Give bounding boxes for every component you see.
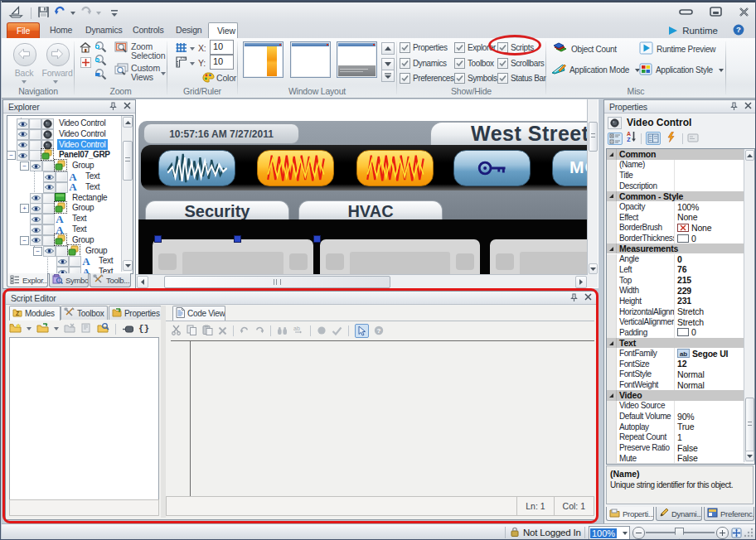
forward-dropdown-caret[interactable] — [53, 80, 58, 84]
events-icon[interactable] — [664, 131, 678, 146]
showhide-item-preferences[interactable]: Preferences — [400, 73, 454, 84]
property-row-fontweight[interactable]: FontWeightNormal — [607, 379, 744, 391]
property-row-default-volume[interactable]: Default Volume90% — [607, 411, 744, 422]
property-row-borderbrush[interactable]: BorderBrushNone — [607, 223, 744, 234]
tree-item-label[interactable]: Video Control — [57, 139, 108, 150]
tree-item-text[interactable]: AText — [7, 266, 122, 273]
tree-item-label[interactable]: Group — [70, 234, 95, 245]
scroll-thumb[interactable] — [745, 398, 754, 452]
property-value[interactable]: False — [675, 453, 744, 463]
tree-item-text[interactable]: AText — [7, 213, 122, 224]
checkbox-properties[interactable] — [400, 42, 410, 53]
save-button[interactable] — [37, 6, 50, 22]
tree-item-label[interactable]: Text — [70, 224, 88, 234]
tree-item-label[interactable]: Text — [97, 255, 114, 266]
redo-button[interactable] — [80, 6, 92, 21]
showhide-item-status-bar[interactable]: Status Bar — [497, 73, 546, 84]
layout-scroll-down-button[interactable] — [381, 58, 395, 70]
custom-views-label[interactable]: Custom Views — [131, 64, 162, 82]
property-row-fontsize[interactable]: FontSize12 — [607, 359, 744, 370]
property-row-repeat-count[interactable]: Repeat Count1 — [607, 432, 744, 444]
property-value[interactable]: None — [675, 223, 744, 233]
close-icon[interactable] — [123, 102, 132, 111]
zoom-selection-label[interactable]: Zoom Selection — [131, 42, 166, 60]
design-canvas[interactable]: 10:57:16 AM 7/27/2011West StreetMOSecuri… — [136, 99, 598, 288]
monitor-button[interactable]: MO — [552, 150, 588, 186]
property-value[interactable]: 0 — [675, 327, 744, 337]
window-layout-thumbnail-2[interactable] — [290, 41, 331, 78]
property-row-effect[interactable]: EffectNone — [607, 212, 744, 224]
checkbox-dynamics[interactable] — [400, 58, 410, 69]
tree-item-group[interactable]: −Group — [7, 160, 122, 171]
scroll-thumb[interactable] — [123, 141, 133, 181]
scroll-down-arrow[interactable] — [123, 260, 133, 271]
property-category-common-style[interactable]: Common - Style — [607, 191, 744, 202]
property-row-fontstyle[interactable]: FontStyleNormal — [607, 369, 744, 381]
property-value[interactable]: 229 — [675, 286, 744, 296]
property-row-left[interactable]: Left76 — [607, 264, 744, 276]
layout-gallery-more-button[interactable] — [381, 70, 395, 82]
canvas-vscrollbar[interactable] — [587, 99, 598, 275]
zoom-home-icon[interactable] — [79, 41, 92, 54]
custom-views-caret[interactable] — [161, 71, 166, 75]
checkbox-scrollbars[interactable] — [497, 58, 508, 69]
property-category-text[interactable]: Text — [607, 338, 744, 349]
undo-button[interactable] — [54, 6, 66, 21]
grid-caret[interactable] — [190, 46, 195, 51]
tree-item-label[interactable]: Group — [84, 245, 109, 256]
tree-item-group[interactable]: −Group — [7, 234, 122, 245]
scroll-thumb[interactable] — [589, 122, 598, 152]
zoom-out-button[interactable] — [632, 527, 645, 539]
tab-view[interactable]: View — [208, 22, 238, 39]
properties-bottom-tab-preferenc[interactable]: Preferenc... — [704, 507, 754, 521]
checkbox-preferences[interactable] — [400, 73, 410, 84]
checkbox-explorer[interactable] — [454, 42, 465, 53]
tree-item-video-control[interactable]: Video Control — [7, 139, 122, 150]
application-style-caret[interactable] — [719, 69, 724, 72]
property-value[interactable]: Normal — [675, 380, 744, 390]
property-row-borderthickness[interactable]: BorderThickness0 — [607, 233, 744, 244]
property-row-width[interactable]: Width229 — [607, 285, 744, 297]
color-label[interactable]: Color — [216, 74, 236, 83]
window-layout-thumbnail-3[interactable] — [337, 41, 377, 78]
back-button[interactable] — [13, 43, 36, 66]
property-row-description[interactable]: Description — [607, 181, 744, 192]
waveform-button-2[interactable] — [257, 150, 334, 186]
property-value[interactable]: None — [675, 212, 744, 222]
ruler-caret[interactable] — [190, 61, 195, 65]
property-category-common[interactable]: Common — [607, 149, 744, 160]
zoom-in-button[interactable] — [716, 527, 729, 539]
property-value[interactable]: Stretch — [675, 306, 744, 316]
runtime-preview-button[interactable]: Runtime Preview — [639, 41, 715, 56]
restore-button[interactable] — [710, 7, 722, 17]
grid-dropdown-caret[interactable] — [190, 47, 195, 51]
tree-item-label[interactable]: Text — [70, 213, 88, 224]
tree-toggle-box[interactable] — [69, 267, 81, 273]
zoom-selection-icon[interactable] — [114, 41, 129, 55]
property-row-verticalalignment[interactable]: VerticalAlignmentStretch — [607, 316, 744, 328]
grid-x-input[interactable]: 10 — [210, 40, 234, 55]
checkbox-status-bar[interactable] — [497, 73, 508, 84]
redo-dropdown-caret[interactable] — [96, 12, 101, 15]
checkbox-toolbox[interactable] — [454, 58, 465, 69]
back-dropdown-caret[interactable] — [22, 80, 27, 84]
scroll-down-arrow[interactable] — [745, 451, 754, 461]
selection-handle-1[interactable] — [154, 235, 162, 243]
tree-expander[interactable]: + — [20, 204, 29, 213]
property-row-video-source[interactable]: Video Source — [607, 401, 744, 412]
custom-views-icon[interactable] — [114, 62, 129, 76]
properties-scrollbar[interactable] — [744, 149, 754, 462]
showhide-item-toolbox[interactable]: Toolbox — [454, 58, 494, 69]
custom-views-dropdown-caret[interactable] — [161, 72, 166, 75]
fit-to-window-icon[interactable] — [731, 527, 742, 540]
tab-file[interactable]: File — [7, 22, 40, 39]
tree-item-label[interactable]: Text — [84, 181, 101, 192]
property-value[interactable]: 0 — [675, 234, 744, 243]
property-row-preserve-ratio[interactable]: Preserve RatioFalse — [607, 442, 744, 454]
properties-view-icon[interactable] — [646, 132, 661, 145]
property-value[interactable]: False — [675, 443, 744, 453]
tree-item-text[interactable]: AText — [7, 255, 122, 266]
tree-item-label[interactable]: Text — [84, 171, 101, 181]
scroll-right-arrow[interactable] — [575, 276, 587, 288]
window-layout-thumbnail-1[interactable] — [243, 41, 284, 78]
